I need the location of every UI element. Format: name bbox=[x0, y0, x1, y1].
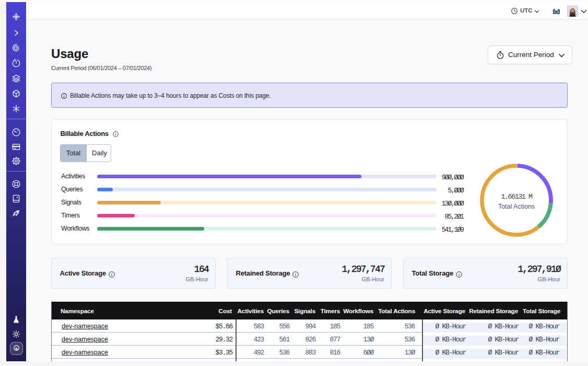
svg-text:$: $ bbox=[15, 347, 18, 351]
